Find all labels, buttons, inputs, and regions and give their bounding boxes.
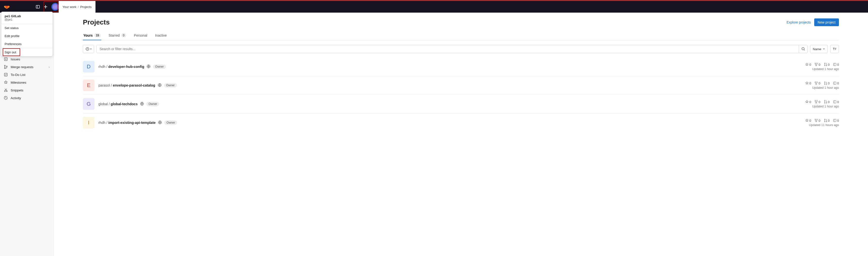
stat-issues[interactable]: 0 [833,63,839,66]
project-updated: Updated 11 hours ago [805,123,839,127]
stat-issues[interactable]: 0 [833,100,839,104]
menu-sign-out[interactable]: Sign out [1,48,53,56]
stat-issues[interactable]: 0 [833,82,839,85]
tab-label: Inactive [155,33,167,37]
breadcrumb-root[interactable]: Your work [63,5,76,9]
merge-icon [4,65,8,69]
svg-rect-47 [834,119,836,122]
sidebar-item-milestones[interactable]: Milestones [0,79,54,86]
sidebar-item-todo[interactable]: To-Do List [0,71,54,79]
chevron-down-icon [90,48,92,50]
svg-point-46 [826,121,827,122]
svg-point-43 [816,121,817,122]
project-path[interactable]: rhdh / import-existing-api-template [98,121,156,124]
header-bar: Your work / Projects [0,1,868,12]
stat-stars[interactable]: 0 [805,100,811,104]
sidebar-item-label: Milestones [11,81,26,84]
stat-merge-requests[interactable]: 0 [824,63,830,66]
svg-point-37 [826,103,827,103]
tab-label: Starred [108,33,120,37]
avatar-identicon [52,4,58,10]
svg-point-12 [802,48,804,50]
search-filter-wrapper [96,45,808,53]
explore-projects-link[interactable]: Explore projects [786,20,811,24]
svg-point-45 [824,121,825,122]
tab-inactive[interactable]: Inactive [155,31,167,40]
stat-stars[interactable]: 0 [805,119,811,122]
user-avatar-button[interactable] [51,3,59,11]
visibility-public-icon [140,102,144,107]
project-row[interactable]: I rhdh / import-existing-api-template Ow… [83,113,839,132]
project-meta: 0 0 0 0 Updated 11 hours ago [805,119,839,127]
sidebar-panel-icon [36,5,40,9]
project-path[interactable]: global / global-techdocs [98,102,137,106]
search-input[interactable] [97,45,799,53]
menu-edit-profile[interactable]: Edit profile [1,32,53,40]
project-avatar: I [83,117,94,129]
gitlab-logo[interactable] [2,4,12,10]
svg-point-32 [815,101,816,101]
project-row[interactable]: E parasol / envelope-parasol-catalog Own… [83,76,839,94]
stat-merge-requests[interactable]: 0 [824,100,830,104]
tab-personal[interactable]: Personal [133,31,148,40]
toggle-sidebar-button[interactable] [34,3,42,11]
stat-merge-requests[interactable]: 0 [824,119,830,122]
menu-preferences[interactable]: Preferences [1,40,53,48]
svg-point-16 [816,65,817,66]
recent-searches-button[interactable] [83,45,94,53]
sort-dropdown[interactable]: Name [810,45,828,53]
project-updated: Updated 1 hour ago [805,86,839,89]
plus-icon [43,5,48,9]
stat-forks[interactable]: 0 [814,119,820,122]
gitlab-logo-icon [4,4,10,10]
role-badge: Owner [146,102,159,106]
project-path[interactable]: rhdh / developer-hub-config [98,65,144,68]
new-project-button[interactable]: New project [814,19,839,26]
role-badge: Owner [164,120,177,125]
sidebar-item-activity[interactable]: Activity [0,94,54,102]
project-avatar: E [83,80,94,91]
sidebar-item-merge-requests[interactable]: Merge requests › [0,63,54,71]
stat-stars[interactable]: 0 [805,82,811,85]
tab-starred[interactable]: Starred 0 [108,31,127,40]
svg-point-27 [824,84,825,85]
svg-point-26 [824,82,825,82]
svg-point-6 [6,66,7,67]
tab-count-badge: 0 [121,33,126,37]
svg-point-3 [5,59,6,60]
stat-stars[interactable]: 0 [805,63,811,66]
main-content: Projects Explore projects New project Yo… [54,12,868,256]
svg-point-8 [4,91,5,92]
todo-icon [4,73,8,77]
svg-point-35 [824,101,825,101]
stat-forks[interactable]: 0 [814,63,820,66]
project-row[interactable]: D rhdh / developer-hub-config Owner 0 0 … [83,57,839,76]
sort-direction-button[interactable] [830,45,839,53]
create-new-button[interactable] [42,3,50,11]
svg-point-41 [815,119,816,120]
svg-rect-0 [36,5,39,8]
stat-issues[interactable]: 0 [833,119,839,122]
project-path[interactable]: parasol / envelope-parasol-catalog [98,83,155,87]
svg-point-5 [4,68,5,68]
page-header: Projects Explore projects New project [83,19,839,26]
project-meta: 0 0 0 0 Updated 1 hour ago [805,100,839,108]
tab-yours[interactable]: Yours 15 [83,31,101,40]
search-submit-button[interactable] [799,45,807,53]
stat-merge-requests[interactable]: 0 [824,82,830,85]
project-tabs: Yours 15 Starred 0 Personal Inactive [83,31,839,40]
sort-label: Name [813,47,821,51]
stat-forks[interactable]: 0 [814,82,820,85]
role-badge: Owner [164,83,177,87]
stat-forks[interactable]: 0 [814,100,820,104]
sidebar-item-snippets[interactable]: Snippets [0,86,54,94]
project-row[interactable]: G global / global-techdocs Owner 0 0 0 0… [83,94,839,113]
menu-set-status[interactable]: Set status [1,24,53,32]
project-avatar: D [83,61,94,73]
chevron-down-icon [823,48,825,50]
issues-icon [4,57,8,61]
svg-point-14 [815,63,816,64]
user-display-name: pe1 GitLab [5,14,49,18]
project-list: D rhdh / developer-hub-config Owner 0 0 … [83,57,839,132]
project-avatar: G [83,98,94,110]
